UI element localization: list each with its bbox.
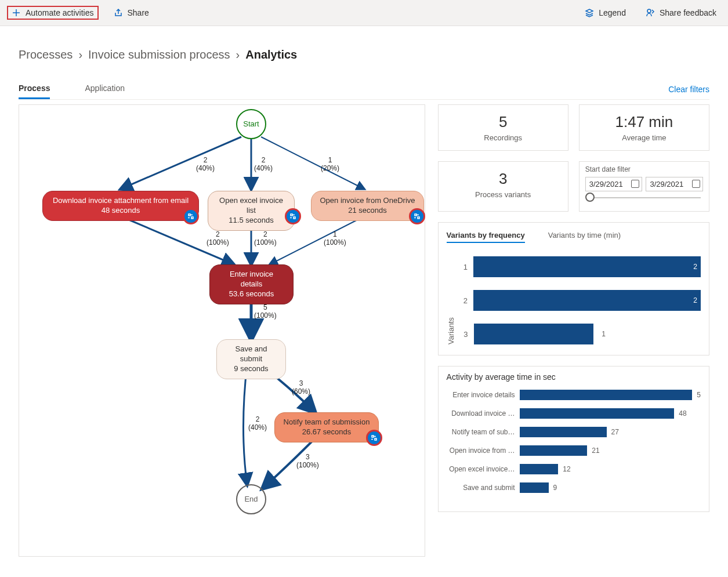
share-feedback-button[interactable]: Share feedback xyxy=(641,6,721,20)
stat-avg-time-label: Average time xyxy=(585,133,703,142)
activity-bar xyxy=(520,482,549,493)
bar-row[interactable]: 22 xyxy=(461,290,701,311)
stat-recordings: 5 Recordings xyxy=(438,104,568,151)
bar-value: 2 xyxy=(693,296,697,304)
flow-node-open-onedrive[interactable]: Open invoice from OneDrive 21 seconds xyxy=(311,191,424,221)
breadcrumb-item-current: Analytics xyxy=(245,48,297,61)
layers-icon xyxy=(585,8,594,17)
flow-node-end[interactable]: End xyxy=(236,484,266,514)
activity-bar xyxy=(520,464,559,474)
share-button[interactable]: Share xyxy=(109,6,154,20)
flow-node-open-excel[interactable]: Open excel invoice list 11.5 seconds xyxy=(208,191,295,231)
edge-label: 5 (100%) xyxy=(254,303,277,320)
date-filter-label: Start date filter xyxy=(585,165,703,173)
date-from-input[interactable]: 3/29/2021 xyxy=(585,177,643,191)
chevron-right-icon: › xyxy=(236,48,240,61)
stat-recordings-label: Recordings xyxy=(444,133,562,142)
activity-label: Notify team of sub… xyxy=(447,428,515,436)
bar-row[interactable]: 31 xyxy=(461,324,701,344)
breadcrumb: Processes › Invoice submission process ›… xyxy=(19,48,709,61)
flow-node-enter-details[interactable]: Enter invoice details 53.6 seconds xyxy=(209,264,294,304)
date-slider[interactable] xyxy=(588,197,701,198)
edge-label: 2 (40%) xyxy=(248,415,267,432)
automate-activities-button[interactable]: Automate activities xyxy=(7,6,99,20)
activity-label: Enter invoice details xyxy=(447,391,515,399)
edge-label: 2 (100%) xyxy=(254,230,277,247)
feedback-icon xyxy=(646,8,655,17)
activity-label: Download invoice … xyxy=(447,409,515,418)
flow-badge-icon[interactable] xyxy=(285,208,301,224)
bar-value: 2 xyxy=(693,263,697,271)
activity-chart[interactable]: Enter invoice details5Download invoice …… xyxy=(447,390,701,493)
activity-value: 27 xyxy=(611,428,619,436)
activity-label: Open invoice from … xyxy=(447,447,515,455)
feedback-label: Share feedback xyxy=(660,8,716,17)
variants-ylabel: Variants xyxy=(447,256,455,344)
date-filter: Start date filter 3/29/2021 3/29/2021 xyxy=(579,161,709,212)
activity-row[interactable]: Save and submit9 xyxy=(447,482,701,493)
bar-category: 2 xyxy=(461,296,468,305)
activity-value: 9 xyxy=(553,484,557,492)
activity-value: 21 xyxy=(592,447,599,455)
activity-row[interactable]: Open invoice from …21 xyxy=(447,445,701,456)
process-flowchart[interactable]: Start 2 (40%) 2 (40%) 1 (20%) Download i… xyxy=(19,104,425,557)
flowchart-edges xyxy=(19,105,425,556)
svg-point-0 xyxy=(647,9,651,13)
legend-label: Legend xyxy=(599,8,626,17)
flow-node-download[interactable]: Download invoice attachment from email 4… xyxy=(42,191,199,221)
variants-panel: Variants by frequency Variants by time (… xyxy=(438,222,709,355)
activity-value: 48 xyxy=(679,409,686,418)
chevron-right-icon: › xyxy=(78,48,82,61)
tabs-row: Process Application Clear filters xyxy=(19,79,709,100)
breadcrumb-item-invoice[interactable]: Invoice submission process xyxy=(88,48,230,61)
edge-label: 1 (100%) xyxy=(324,230,346,247)
flow-badge-icon[interactable] xyxy=(409,208,425,224)
slider-handle[interactable] xyxy=(585,193,595,202)
activity-label: Save and submit xyxy=(447,484,515,492)
plus-icon xyxy=(12,8,21,17)
activity-row[interactable]: Open excel invoice…12 xyxy=(447,464,701,474)
activity-bar xyxy=(520,427,607,437)
bar-row[interactable]: 12 xyxy=(461,256,701,277)
bar-category: 3 xyxy=(461,330,468,339)
share-label: Share xyxy=(128,8,149,17)
stat-variants-value: 3 xyxy=(444,170,562,188)
stat-variants: 3 Process variants xyxy=(438,161,568,212)
bar-rect xyxy=(474,324,594,344)
tab-variants-by-frequency[interactable]: Variants by frequency xyxy=(447,228,525,243)
activity-panel-title: Activity by average time in sec xyxy=(447,372,701,382)
edge-label: 3 (60%) xyxy=(292,379,310,396)
tab-variants-by-time[interactable]: Variants by time (min) xyxy=(548,228,621,243)
activity-row[interactable]: Enter invoice details5 xyxy=(447,390,701,400)
stat-avg-time: 1:47 min Average time xyxy=(579,104,709,151)
activity-value: 12 xyxy=(563,465,570,473)
flow-node-save-submit[interactable]: Save and submit 9 seconds xyxy=(216,339,286,379)
tab-application[interactable]: Application xyxy=(85,79,125,99)
flow-node-notify[interactable]: Notify team of submission 26.67 seconds xyxy=(274,412,379,442)
edge-label: 1 (20%) xyxy=(321,156,339,173)
activity-row[interactable]: Download invoice …48 xyxy=(447,408,701,419)
activity-row[interactable]: Notify team of sub…27 xyxy=(447,427,701,437)
date-to-input[interactable]: 3/29/2021 xyxy=(646,177,703,191)
automate-label: Automate activities xyxy=(26,8,94,17)
legend-button[interactable]: Legend xyxy=(580,6,631,20)
share-icon xyxy=(114,8,123,17)
activity-panel: Activity by average time in sec Enter in… xyxy=(438,366,709,512)
activity-value: 5 xyxy=(697,391,701,399)
edge-label: 3 (100%) xyxy=(296,453,319,470)
flow-badge-icon[interactable] xyxy=(366,430,382,446)
toolbar: Automate activities Share Legend Share f… xyxy=(0,0,728,26)
breadcrumb-item-processes[interactable]: Processes xyxy=(19,48,73,61)
clear-filters-link[interactable]: Clear filters xyxy=(668,85,709,94)
activity-bar xyxy=(520,445,588,456)
bar-rect: 2 xyxy=(473,290,701,311)
stat-recordings-value: 5 xyxy=(444,113,562,131)
bar-value: 1 xyxy=(602,330,606,338)
variants-chart[interactable]: 122231 xyxy=(461,256,701,344)
tab-process[interactable]: Process xyxy=(19,79,50,99)
flow-badge-icon[interactable] xyxy=(183,208,199,224)
bar-category: 1 xyxy=(461,263,468,271)
flow-node-start[interactable]: Start xyxy=(236,109,266,139)
edge-label: 2 (40%) xyxy=(196,156,215,173)
activity-label: Open excel invoice… xyxy=(447,465,515,473)
